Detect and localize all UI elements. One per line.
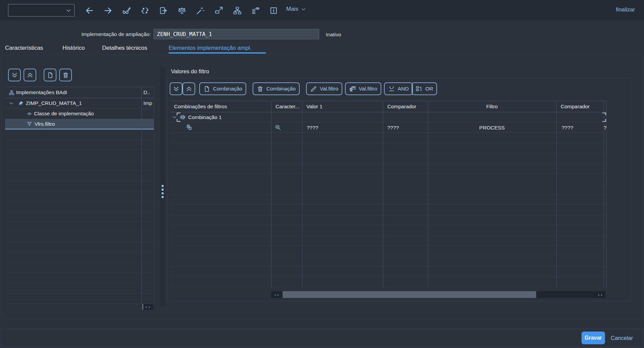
check-consistency-button[interactable] [176, 5, 187, 16]
filter-value-row[interactable]: ???? ???? PROCESS ???? ???? [170, 122, 607, 133]
panel-splitter[interactable] [160, 67, 165, 306]
back-icon [85, 6, 94, 15]
refresh-status-icon [140, 6, 149, 15]
tree-row-class[interactable]: Classe de implementação [5, 109, 154, 119]
filtro-cell[interactable]: PROCESS [428, 122, 556, 133]
expand-all-button[interactable] [8, 69, 21, 81]
column-divider[interactable] [302, 101, 302, 287]
scroll-arrows-right[interactable]: ‹ › [595, 291, 606, 298]
chevron-down-icon [65, 7, 72, 14]
delete-combination-button[interactable]: Combinação [253, 82, 300, 95]
expand-all-button[interactable] [170, 82, 182, 95]
tree-empty-rows [5, 129, 154, 304]
copy-combination-button[interactable]: Combinação [199, 82, 246, 95]
right-horizontal-scrollbar[interactable]: ‹ › ‹ › [271, 291, 606, 298]
edit-filter-value-button[interactable]: Val.filtro [306, 82, 342, 95]
value-help-search-icon[interactable] [274, 124, 281, 131]
wizard-button[interactable] [195, 5, 206, 16]
tree-header-row[interactable]: Implementações BAdI D.. [5, 87, 154, 98]
tree-row-label: Vlrs.filtro [35, 121, 55, 127]
forward-button[interactable] [102, 5, 113, 16]
scroll-arrows-left[interactable]: ‹ › [271, 291, 282, 298]
tree-header-col2: D.. [143, 89, 150, 95]
command-combobox[interactable] [8, 4, 75, 16]
valor1-cell[interactable]: ???? [307, 122, 318, 133]
scroll-left-icon[interactable]: ‹ [598, 292, 599, 297]
delete-button[interactable] [59, 69, 72, 81]
column-divider[interactable] [271, 101, 271, 287]
tree-row-filter-values[interactable]: Vlrs.filtro [5, 119, 154, 129]
class-icon [27, 111, 32, 117]
save-button[interactable]: Gravar [582, 332, 605, 344]
column-divider[interactable] [383, 101, 383, 287]
col-header-combinacoes[interactable]: Combinações de filtros [170, 101, 271, 112]
toolbar-separator [40, 70, 40, 80]
implementation-name-field[interactable] [154, 29, 319, 39]
delete-filter-value-button[interactable]: Val.filtro [345, 82, 381, 95]
tab-detalhes-tecnicos[interactable]: Detalhes técnicos [102, 45, 147, 51]
tab-historico[interactable]: Histórico [62, 45, 85, 51]
scrollbar-thumb[interactable] [283, 291, 536, 298]
copy-transport-icon [159, 6, 168, 15]
button-label: Combinação [213, 86, 242, 92]
col-header-valor1[interactable]: Valor 1 [302, 101, 383, 112]
command-input[interactable] [8, 7, 65, 13]
scroll-left-icon[interactable]: ‹ [274, 292, 276, 297]
hierarchy-icon [9, 90, 14, 95]
mais-label: Mais [286, 6, 298, 12]
magic-wand-icon [196, 6, 205, 15]
balance-icon [177, 6, 186, 15]
collapse-all-button[interactable] [24, 69, 36, 81]
top-toolbar: Mais finalizar [0, 0, 644, 21]
refresh-status-button[interactable] [139, 5, 150, 16]
hierarchy-button[interactable] [232, 5, 243, 16]
scroll-right-icon[interactable]: › [148, 304, 150, 309]
and-button[interactable]: AND [384, 82, 413, 95]
collapse-all-icon [27, 72, 34, 79]
finalizar-button[interactable]: finalizar [616, 6, 635, 13]
scroll-right-icon[interactable]: › [277, 292, 279, 297]
display-list-button[interactable] [250, 5, 261, 16]
col-header-caracter[interactable]: Caracter... [271, 101, 302, 112]
copy-transport-button[interactable] [158, 5, 169, 16]
create-button[interactable] [44, 69, 56, 81]
col-header-comparador1[interactable]: Comparador [383, 101, 428, 112]
mais-menu-button[interactable]: Mais [286, 6, 306, 12]
or-button[interactable]: OR [412, 82, 437, 95]
column-divider[interactable] [556, 101, 557, 287]
chevron-down-icon[interactable] [8, 101, 14, 106]
filter-icon [27, 121, 32, 127]
table-right-edge [606, 101, 607, 287]
footer-bar [1, 329, 643, 347]
collapse-all-button[interactable] [182, 82, 195, 95]
table-trash-icon [349, 85, 356, 92]
forward-icon [103, 6, 113, 15]
selection-corner [602, 119, 606, 122]
splitter-grip-dot [162, 192, 164, 194]
tab-elementos-implementacao[interactable]: Elementos implementação ampl. [169, 45, 252, 51]
scrollbar-thumb[interactable] [142, 304, 143, 310]
splitter-grip-dot [162, 185, 164, 187]
scroll-right-icon[interactable]: › [601, 292, 602, 297]
scroll-left-icon[interactable]: ‹ [145, 304, 147, 309]
tree-row-col2: Imp [143, 100, 152, 106]
filter-combinations-table: Combinações de filtros Caracter... Valor… [170, 101, 607, 287]
comparador1-cell[interactable]: ???? [387, 122, 399, 133]
col-header-comparador2[interactable]: Comparador [556, 101, 604, 112]
cancel-button[interactable]: Cancelar [611, 335, 633, 341]
tree-column-divider[interactable] [141, 87, 142, 304]
expand-all-icon [11, 72, 18, 79]
col-header-filtro[interactable]: Filtro [428, 101, 556, 112]
tree-row-implementation[interactable]: ZIMP_CRUD_MATTA_1 Imp [5, 98, 154, 109]
resize-button[interactable] [213, 5, 224, 16]
tab-caracteristicas[interactable]: Características [5, 45, 43, 51]
back-button[interactable] [84, 5, 95, 16]
left-horizontal-scrollbar[interactable]: ‹ › [142, 304, 153, 310]
info-button[interactable] [268, 5, 279, 16]
combination-row[interactable]: Combinação 1 [170, 112, 607, 122]
or-split-icon [416, 85, 423, 92]
column-divider[interactable] [604, 101, 604, 287]
column-divider[interactable] [428, 101, 428, 287]
comparador2-cell[interactable]: ???? [562, 122, 573, 133]
display-change-button[interactable] [121, 5, 132, 16]
